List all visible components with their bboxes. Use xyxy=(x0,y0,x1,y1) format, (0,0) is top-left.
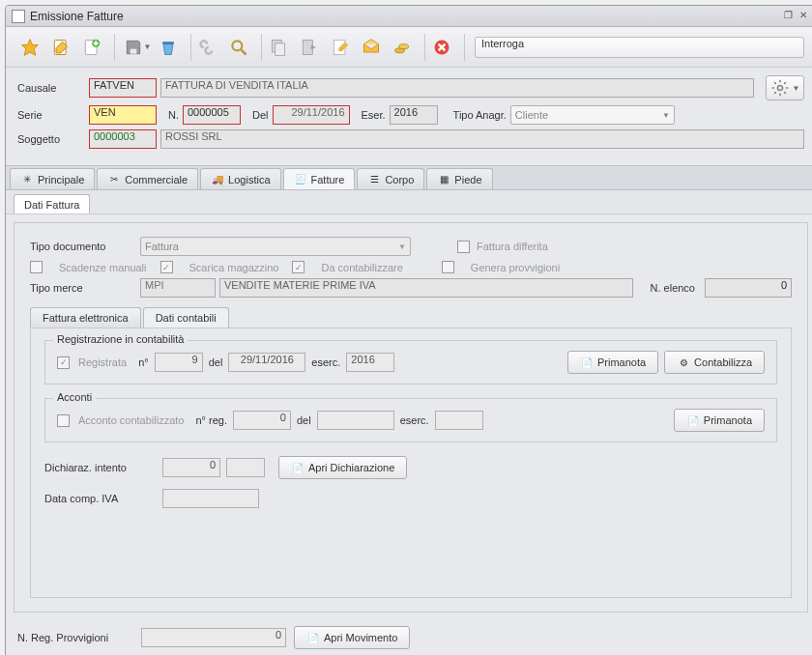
list-icon: ☰ xyxy=(367,173,381,186)
eser-input[interactable]: 2016 xyxy=(390,105,438,125)
svg-point-6 xyxy=(232,41,242,50)
tipoanagr-select[interactable]: Cliente xyxy=(510,105,675,125)
settings-button[interactable]: ▼ xyxy=(766,75,804,100)
save-dropdown[interactable]: ▼ xyxy=(119,38,156,57)
tipo-merce-input[interactable]: MPI xyxy=(140,278,216,298)
acconti-nreg-input[interactable]: 0 xyxy=(233,411,291,430)
new-star-button[interactable] xyxy=(17,35,43,60)
del-label: Del xyxy=(252,109,269,121)
restore-icon[interactable]: ✕ xyxy=(797,10,810,23)
apri-dichiarazione-button[interactable]: 📄Apri Dichiarazione xyxy=(278,456,407,479)
n-elenco-label: N. elenco xyxy=(651,282,695,294)
edit-button[interactable] xyxy=(48,35,73,60)
soggetto-label: Soggetto xyxy=(17,133,85,145)
tipodoc-select[interactable]: Fattura xyxy=(140,237,411,256)
da-contabilizzare-chk[interactable]: ✓ xyxy=(292,261,304,273)
del-input[interactable]: 29/11/2016 xyxy=(273,105,350,125)
genera-provvigioni-label: Genera provvigioni xyxy=(471,262,560,273)
acconti-del-input[interactable] xyxy=(317,411,394,430)
datacomp-input[interactable] xyxy=(162,489,259,508)
calendar-icon: 📄 xyxy=(580,356,594,369)
reg-del-input[interactable]: 29/11/2016 xyxy=(228,353,305,372)
n-elenco-input[interactable]: 0 xyxy=(705,278,792,298)
dichiaraz-value[interactable]: 0 xyxy=(162,458,220,477)
search-input[interactable]: Interroga xyxy=(475,37,804,58)
causale-input[interactable]: FATVEN xyxy=(89,78,157,98)
tab-principale[interactable]: ✳Principale xyxy=(10,168,95,189)
tab-commerciale-label: Commerciale xyxy=(125,174,188,185)
acconti-legend: Acconti xyxy=(53,391,96,403)
doc-icon: 📄 xyxy=(306,631,320,644)
scadenze-manuali-label: Scadenze manuali xyxy=(59,262,147,273)
reg-n-label: n° xyxy=(138,356,149,368)
apri-movimento-button[interactable]: 📄Apri Movimento xyxy=(294,626,410,649)
window-title: Emissione Fatture xyxy=(30,10,781,23)
fattura-differita-chk[interactable] xyxy=(457,241,470,253)
svg-point-15 xyxy=(777,86,782,91)
acconti-fieldset: Acconti Acconto contabilizzato n° reg. 0… xyxy=(44,398,777,442)
tipo-merce-label: Tipo merce xyxy=(30,282,136,294)
dichiaraz-label: Dichiaraz. intento xyxy=(44,462,157,473)
causale-desc: FATTURA DI VENDITA ITALIA xyxy=(160,78,754,98)
main-window: Emissione Fatture ❐ ✕ ▼ Interroga Causal… xyxy=(5,5,812,655)
reg-n-input[interactable]: 9 xyxy=(155,353,203,372)
delete-button[interactable] xyxy=(156,35,181,60)
innertab-fattura-elettronica[interactable]: Fattura elettronica xyxy=(30,307,141,328)
reg-del-label: del xyxy=(209,356,223,368)
primanota-button[interactable]: 📄Primanota xyxy=(567,351,658,374)
dati-contabili-panel: Registrazione in contabilità ✓ Registrat… xyxy=(30,328,792,598)
sub-tabs: Dati Fattura xyxy=(6,190,812,214)
contabilizza-button[interactable]: ⚙Contabilizza xyxy=(664,351,765,374)
scarica-magazzino-chk[interactable]: ✓ xyxy=(160,261,173,273)
tab-corpo[interactable]: ☰Corpo xyxy=(357,168,424,189)
acconti-primanota-button[interactable]: 📄Primanota xyxy=(674,409,765,432)
acconti-del-label: del xyxy=(297,414,311,426)
subtab-dati-fattura[interactable]: Dati Fattura xyxy=(14,194,90,214)
registrata-chk[interactable]: ✓ xyxy=(57,356,70,369)
reg-eserc-input[interactable]: 2016 xyxy=(346,353,394,372)
innertab-dati-contabili[interactable]: Dati contabili xyxy=(143,307,229,328)
genera-provvigioni-chk[interactable] xyxy=(442,261,454,273)
coins-button[interactable] xyxy=(390,35,415,60)
chain-button[interactable] xyxy=(195,35,220,60)
causale-label: Causale xyxy=(17,82,85,94)
doc-next-button[interactable] xyxy=(297,35,322,60)
nreg-prov-input[interactable]: 0 xyxy=(141,628,286,647)
add-button[interactable] xyxy=(79,35,104,60)
fattura-differita-label: Fattura differita xyxy=(477,241,548,252)
acconto-cont-chk[interactable] xyxy=(57,414,70,427)
copy-button[interactable] xyxy=(266,35,291,60)
search-button[interactable] xyxy=(226,35,251,60)
datacomp-label: Data comp. IVA xyxy=(44,493,157,504)
tools-icon: ✂ xyxy=(107,173,121,186)
eser-label: Eser. xyxy=(362,109,386,121)
tab-piede-label: Piede xyxy=(454,174,481,185)
tab-logistica[interactable]: 🚚Logistica xyxy=(200,168,280,189)
tab-piede[interactable]: ▦Piede xyxy=(426,168,492,189)
soggetto-input[interactable]: 0000003 xyxy=(89,129,157,149)
mail-button[interactable] xyxy=(359,35,384,60)
reg-eserc-label: eserc. xyxy=(311,356,340,368)
n-input[interactable]: 0000005 xyxy=(183,105,241,125)
tab-fatture-label: Fatture xyxy=(311,174,345,185)
svg-rect-4 xyxy=(130,48,136,53)
tipo-merce-desc: VENDITE MATERIE PRIME IVA xyxy=(219,278,633,298)
titlebar[interactable]: Emissione Fatture ❐ ✕ xyxy=(6,6,812,27)
serie-input[interactable]: VEN xyxy=(89,105,157,125)
registrazione-fieldset: Registrazione in contabilità ✓ Registrat… xyxy=(44,340,777,384)
scadenze-manuali-chk[interactable] xyxy=(30,261,43,273)
main-tabs: ✳Principale ✂Commerciale 🚚Logistica 🧾Fat… xyxy=(6,165,812,190)
tab-commerciale[interactable]: ✂Commerciale xyxy=(97,168,198,189)
acconti-eserc-input[interactable] xyxy=(435,411,483,430)
acconti-nreg-label: n° reg. xyxy=(195,414,227,426)
cancel-button[interactable] xyxy=(429,35,454,60)
tab-logistica-label: Logistica xyxy=(228,174,270,185)
dichiaraz-value2[interactable] xyxy=(226,458,265,477)
maximize-icon[interactable]: ❐ xyxy=(781,10,795,23)
da-contabilizzare-label: Da contabilizzare xyxy=(321,262,402,273)
scarica-magazzino-label: Scarica magazzino xyxy=(189,262,279,273)
tab-fatture[interactable]: 🧾Fatture xyxy=(283,168,356,189)
header-form: Causale FATVEN FATTURA DI VENDITA ITALIA… xyxy=(6,68,812,165)
bottom-row: N. Reg. Provvigioni 0 📄Apri Movimento xyxy=(6,620,812,655)
doc-edit-button[interactable] xyxy=(328,35,353,60)
